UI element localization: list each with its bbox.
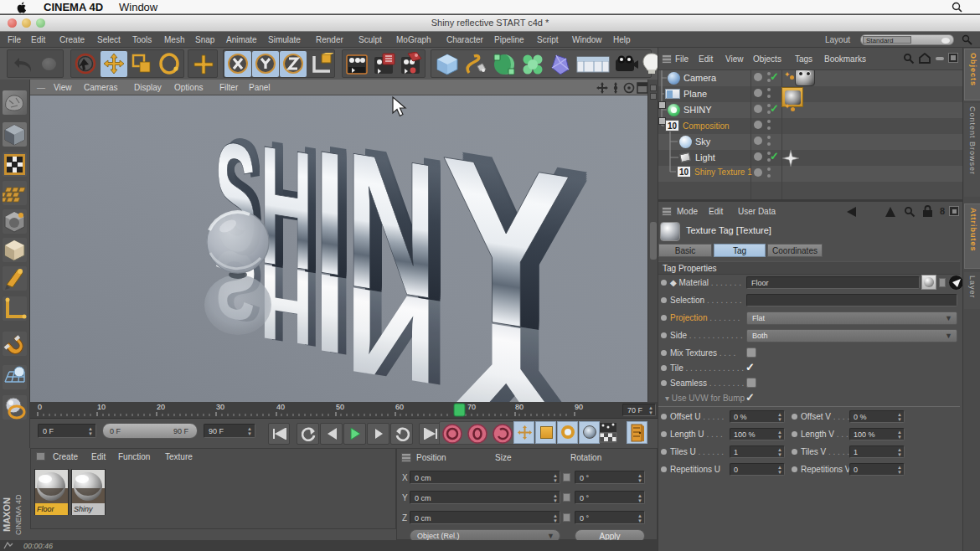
svg-text:90: 90 [575, 403, 583, 411]
svg-text:N: N [345, 111, 437, 340]
svg-text:50: 50 [336, 403, 344, 411]
svg-text:60: 60 [395, 403, 404, 411]
svg-text:0: 0 [38, 403, 42, 411]
svg-text:40: 40 [276, 403, 285, 411]
svg-text:H: H [260, 110, 313, 306]
svg-text:70: 70 [467, 403, 476, 411]
svg-text:20: 20 [157, 403, 165, 411]
svg-text:80: 80 [515, 403, 524, 411]
svg-text:Y: Y [441, 107, 572, 384]
svg-text:30: 30 [216, 403, 224, 411]
svg-text:10: 10 [97, 403, 106, 411]
svg-text:I: I [314, 112, 345, 313]
